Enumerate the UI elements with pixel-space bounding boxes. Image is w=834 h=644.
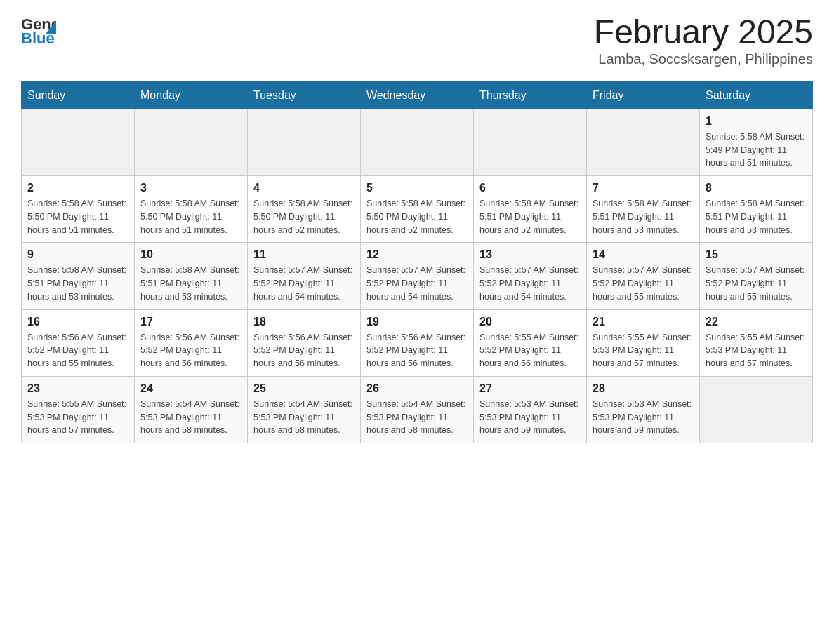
day-info: Sunrise: 5:58 AM Sunset: 5:49 PM Dayligh… (706, 130, 807, 170)
day-number: 18 (253, 316, 355, 328)
table-row: 1Sunrise: 5:58 AM Sunset: 5:49 PM Daylig… (700, 109, 813, 175)
table-row: 27Sunrise: 5:53 AM Sunset: 5:53 PM Dayli… (474, 376, 587, 443)
table-row: 14Sunrise: 5:57 AM Sunset: 5:52 PM Dayli… (587, 243, 700, 309)
table-row: 8Sunrise: 5:58 AM Sunset: 5:51 PM Daylig… (700, 176, 813, 243)
day-info: Sunrise: 5:58 AM Sunset: 5:50 PM Dayligh… (27, 197, 128, 236)
day-info: Sunrise: 5:56 AM Sunset: 5:52 PM Dayligh… (27, 331, 128, 370)
day-info: Sunrise: 5:53 AM Sunset: 5:53 PM Dayligh… (479, 398, 581, 437)
day-info: Sunrise: 5:54 AM Sunset: 5:53 PM Dayligh… (140, 398, 241, 437)
day-info: Sunrise: 5:57 AM Sunset: 5:52 PM Dayligh… (479, 264, 581, 303)
week-row-2: 9Sunrise: 5:58 AM Sunset: 5:51 PM Daylig… (22, 243, 813, 309)
day-number: 8 (706, 182, 807, 194)
table-row: 23Sunrise: 5:55 AM Sunset: 5:53 PM Dayli… (22, 376, 135, 443)
day-number: 13 (479, 248, 581, 261)
day-number: 20 (479, 316, 581, 328)
table-row: 18Sunrise: 5:56 AM Sunset: 5:52 PM Dayli… (248, 309, 361, 376)
table-row: 22Sunrise: 5:55 AM Sunset: 5:53 PM Dayli… (700, 309, 813, 376)
day-info: Sunrise: 5:58 AM Sunset: 5:51 PM Dayligh… (27, 264, 128, 303)
day-info: Sunrise: 5:54 AM Sunset: 5:53 PM Dayligh… (253, 398, 355, 437)
table-row: 28Sunrise: 5:53 AM Sunset: 5:53 PM Dayli… (587, 376, 700, 443)
day-info: Sunrise: 5:54 AM Sunset: 5:53 PM Dayligh… (366, 398, 468, 437)
week-row-1: 2Sunrise: 5:58 AM Sunset: 5:50 PM Daylig… (22, 176, 813, 243)
day-info: Sunrise: 5:58 AM Sunset: 5:51 PM Dayligh… (479, 197, 581, 236)
day-number: 25 (253, 382, 355, 395)
col-monday: Monday (135, 81, 248, 109)
logo: General Blue (21, 14, 58, 46)
day-number: 15 (706, 248, 807, 261)
day-info: Sunrise: 5:56 AM Sunset: 5:52 PM Dayligh… (140, 331, 241, 370)
day-number: 26 (366, 382, 468, 395)
day-info: Sunrise: 5:58 AM Sunset: 5:51 PM Dayligh… (593, 197, 694, 236)
day-number: 17 (140, 316, 241, 328)
table-row: 21Sunrise: 5:55 AM Sunset: 5:53 PM Dayli… (587, 309, 700, 376)
location: Lamba, Soccsksargen, Philippines (594, 51, 813, 67)
table-row (135, 109, 248, 175)
day-info: Sunrise: 5:56 AM Sunset: 5:52 PM Dayligh… (366, 331, 468, 370)
week-row-4: 23Sunrise: 5:55 AM Sunset: 5:53 PM Dayli… (22, 376, 813, 443)
days-of-week-row: Sunday Monday Tuesday Wednesday Thursday… (22, 81, 813, 109)
day-number: 1 (706, 115, 807, 128)
col-friday: Friday (587, 81, 700, 109)
table-row: 15Sunrise: 5:57 AM Sunset: 5:52 PM Dayli… (700, 243, 813, 309)
table-row (474, 109, 587, 175)
day-number: 21 (593, 316, 694, 328)
col-thursday: Thursday (474, 81, 587, 109)
table-row (361, 109, 474, 175)
day-number: 3 (140, 182, 241, 194)
day-number: 12 (366, 248, 468, 261)
day-number: 24 (140, 382, 241, 395)
col-tuesday: Tuesday (248, 81, 361, 109)
table-row: 2Sunrise: 5:58 AM Sunset: 5:50 PM Daylig… (22, 176, 135, 243)
col-sunday: Sunday (22, 81, 135, 109)
day-info: Sunrise: 5:58 AM Sunset: 5:50 PM Dayligh… (140, 197, 241, 236)
col-saturday: Saturday (700, 81, 813, 109)
day-info: Sunrise: 5:58 AM Sunset: 5:51 PM Dayligh… (706, 197, 807, 236)
day-number: 14 (593, 248, 694, 261)
day-info: Sunrise: 5:55 AM Sunset: 5:53 PM Dayligh… (706, 331, 807, 370)
table-row: 16Sunrise: 5:56 AM Sunset: 5:52 PM Dayli… (22, 309, 135, 376)
day-info: Sunrise: 5:57 AM Sunset: 5:52 PM Dayligh… (593, 264, 694, 303)
month-title: February 2025 (594, 14, 813, 51)
svg-text:Blue: Blue (21, 29, 55, 46)
day-info: Sunrise: 5:58 AM Sunset: 5:50 PM Dayligh… (253, 197, 355, 236)
col-wednesday: Wednesday (361, 81, 474, 109)
day-info: Sunrise: 5:58 AM Sunset: 5:50 PM Dayligh… (366, 197, 468, 236)
table-row (248, 109, 361, 175)
day-number: 19 (366, 316, 468, 328)
table-row: 25Sunrise: 5:54 AM Sunset: 5:53 PM Dayli… (248, 376, 361, 443)
title-section: February 2025 Lamba, Soccsksargen, Phili… (594, 14, 813, 67)
day-number: 9 (27, 248, 128, 261)
table-row (22, 109, 135, 175)
day-number: 11 (253, 248, 355, 261)
table-row: 3Sunrise: 5:58 AM Sunset: 5:50 PM Daylig… (135, 176, 248, 243)
day-info: Sunrise: 5:53 AM Sunset: 5:53 PM Dayligh… (593, 398, 694, 437)
table-row (587, 109, 700, 175)
day-number: 23 (27, 382, 128, 395)
table-row: 9Sunrise: 5:58 AM Sunset: 5:51 PM Daylig… (22, 243, 135, 309)
calendar-table: Sunday Monday Tuesday Wednesday Thursday… (21, 81, 813, 443)
day-info: Sunrise: 5:55 AM Sunset: 5:52 PM Dayligh… (479, 331, 581, 370)
day-info: Sunrise: 5:57 AM Sunset: 5:52 PM Dayligh… (706, 264, 807, 303)
day-number: 2 (27, 182, 128, 194)
table-row (700, 376, 813, 443)
week-row-0: 1Sunrise: 5:58 AM Sunset: 5:49 PM Daylig… (22, 109, 813, 175)
table-row: 7Sunrise: 5:58 AM Sunset: 5:51 PM Daylig… (587, 176, 700, 243)
day-number: 22 (706, 316, 807, 328)
table-row: 4Sunrise: 5:58 AM Sunset: 5:50 PM Daylig… (248, 176, 361, 243)
table-row: 5Sunrise: 5:58 AM Sunset: 5:50 PM Daylig… (361, 176, 474, 243)
table-row: 20Sunrise: 5:55 AM Sunset: 5:52 PM Dayli… (474, 309, 587, 376)
day-info: Sunrise: 5:57 AM Sunset: 5:52 PM Dayligh… (366, 264, 468, 303)
day-number: 27 (479, 382, 581, 395)
table-row: 10Sunrise: 5:58 AM Sunset: 5:51 PM Dayli… (135, 243, 248, 309)
day-number: 16 (27, 316, 128, 328)
day-number: 4 (253, 182, 355, 194)
day-info: Sunrise: 5:55 AM Sunset: 5:53 PM Dayligh… (27, 398, 128, 437)
table-row: 6Sunrise: 5:58 AM Sunset: 5:51 PM Daylig… (474, 176, 587, 243)
logo-icon: General Blue (21, 14, 56, 46)
day-info: Sunrise: 5:56 AM Sunset: 5:52 PM Dayligh… (253, 331, 355, 370)
day-info: Sunrise: 5:57 AM Sunset: 5:52 PM Dayligh… (253, 264, 355, 303)
day-number: 28 (593, 382, 694, 395)
day-number: 7 (593, 182, 694, 194)
day-info: Sunrise: 5:55 AM Sunset: 5:53 PM Dayligh… (593, 331, 694, 370)
table-row: 26Sunrise: 5:54 AM Sunset: 5:53 PM Dayli… (361, 376, 474, 443)
